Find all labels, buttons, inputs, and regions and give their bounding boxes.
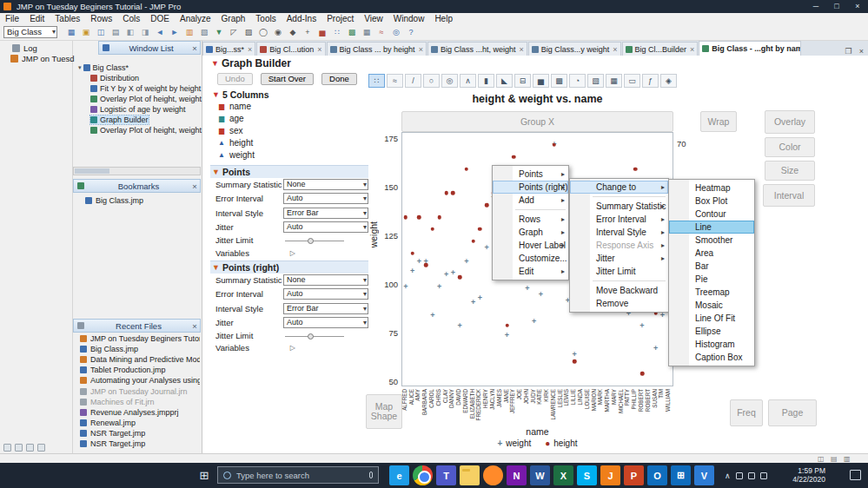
microphone-icon[interactable] xyxy=(369,472,373,478)
data-point-weight[interactable]: + xyxy=(403,282,407,290)
redo-icon[interactable]: ► xyxy=(168,26,182,39)
red-triangle-hotspot-icon[interactable]: ▼ xyxy=(212,90,220,99)
data-point-height[interactable] xyxy=(458,275,462,280)
setting-dropdown[interactable]: Error Bar xyxy=(283,208,368,219)
element-pie[interactable]: ◔ xyxy=(569,74,586,88)
crosshair-tool-icon[interactable]: + xyxy=(301,26,315,39)
menu-item-customize[interactable]: Customize... xyxy=(493,252,568,265)
window-list-close-icon[interactable] xyxy=(189,43,200,53)
tree-item-graph-builder[interactable]: Graph Builder xyxy=(90,115,149,124)
tab-big-class-ht-weight[interactable]: Big Class ...ht, weight xyxy=(427,42,527,56)
menu-item-edit[interactable]: Edit xyxy=(493,265,568,278)
taskbar-app-s[interactable]: S xyxy=(577,465,597,485)
recent-file-revenue-analyses-jmpprj[interactable]: Revenue Analyses.jmpprj xyxy=(80,408,200,417)
size-zone[interactable]: Size xyxy=(765,161,815,181)
data-point-weight[interactable]: + xyxy=(539,290,543,298)
menu-analyze[interactable]: Analyze xyxy=(175,13,216,24)
network-icon[interactable] xyxy=(760,472,767,479)
data-point-weight[interactable]: + xyxy=(451,269,455,277)
element-smoother[interactable]: ≈ xyxy=(387,74,403,88)
profiler-icon[interactable]: ◎ xyxy=(389,26,403,39)
window-list-hscrollbar[interactable] xyxy=(73,167,201,175)
data-point-height[interactable] xyxy=(424,263,428,267)
tab-big-class-y-weight[interactable]: Big Class...y weight xyxy=(528,42,621,56)
column-name[interactable]: ▆ name xyxy=(217,102,251,111)
data-point-weight[interactable]: + xyxy=(573,351,577,359)
menu-item-move-backward[interactable]: Move Backward xyxy=(570,284,668,297)
tree-item-fit-y-by-x-of-weight-by-height[interactable]: Fit Y by X of weight by height xyxy=(90,84,201,93)
tab-big-cl-builder[interactable]: Big Cl...Builder xyxy=(622,42,699,56)
disclosure-icon[interactable]: ▷ xyxy=(290,344,295,352)
data-point-weight[interactable]: + xyxy=(505,331,509,339)
element-bar[interactable]: ▮ xyxy=(478,74,494,88)
menu-doe[interactable]: DOE xyxy=(145,13,175,24)
menu-tools[interactable]: Tools xyxy=(250,13,281,24)
element-histogram[interactable]: ▅ xyxy=(533,74,549,88)
data-point-weight[interactable]: + xyxy=(444,271,448,279)
element-points[interactable]: ∷ xyxy=(368,74,385,88)
taskbar-app-chrome[interactable] xyxy=(413,465,433,485)
tree-item-overlay-plot-of-height-weight-by[interactable]: Overlay Plot of height, weight by xyxy=(90,126,212,135)
start-over-icon[interactable]: Start Over xyxy=(261,73,314,85)
wrap-zone[interactable]: Wrap xyxy=(700,111,737,132)
tree-root-big-class[interactable]: ▾ Big Class* xyxy=(78,63,129,72)
column-sex[interactable]: ▆ sex xyxy=(217,126,243,135)
setting-dropdown[interactable]: Auto xyxy=(283,317,368,328)
menu-add-ins[interactable]: Add-Ins xyxy=(282,13,321,24)
tabulate-icon[interactable]: ▦ xyxy=(360,26,374,39)
data-point-weight[interactable]: + xyxy=(653,345,658,353)
data-point-height[interactable] xyxy=(478,228,482,232)
column-age[interactable]: ▆ age xyxy=(217,114,244,123)
data-point-weight[interactable]: + xyxy=(478,294,482,302)
tree-item-distribution[interactable]: Distribution xyxy=(90,74,139,82)
tab-big-ss[interactable]: Big...ss* xyxy=(202,42,255,56)
element-line[interactable]: ∧ xyxy=(460,74,476,88)
select-tool-icon[interactable]: ◸ xyxy=(227,26,241,39)
group-x-zone[interactable]: Group X xyxy=(401,111,673,132)
menu-graph[interactable]: Graph xyxy=(216,13,251,24)
action-center-icon[interactable] xyxy=(850,470,861,480)
doc-restore-icon[interactable]: ❐ xyxy=(842,47,855,56)
data-point-height[interactable] xyxy=(410,251,414,255)
tab-close-icon[interactable] xyxy=(317,45,321,54)
open-icon[interactable]: ▣ xyxy=(79,26,93,39)
speaker-icon[interactable] xyxy=(748,472,755,479)
change-to-line-of-fit[interactable]: Line Of Fit xyxy=(669,312,754,325)
taskbar-app-firefox[interactable] xyxy=(483,465,503,485)
freq-zone[interactable]: Freq xyxy=(730,399,763,426)
change-to-heatmap[interactable]: Heatmap xyxy=(669,181,754,195)
data-point-height[interactable] xyxy=(465,167,469,171)
menu-project[interactable]: Project xyxy=(321,13,359,24)
recent-file-jmp-on-tuesday-beginers-tutoria[interactable]: JMP on Tuesday Beginers Tutoria xyxy=(80,334,200,343)
data-point-weight[interactable]: + xyxy=(417,257,421,265)
data-point-height[interactable] xyxy=(471,239,475,243)
menu-item-summary-statistic[interactable]: Summary Statistic xyxy=(570,200,668,213)
menu-edit[interactable]: Edit xyxy=(24,13,50,24)
menu-item-add[interactable]: Add xyxy=(493,194,568,207)
taskbar-app-[interactable]: ⊞ xyxy=(671,465,691,485)
save-icon[interactable]: ◫ xyxy=(94,26,108,39)
data-point-height[interactable] xyxy=(404,215,408,220)
menu-item-error-interval[interactable]: Error Interval xyxy=(570,213,668,226)
start-button[interactable]: ⊞ xyxy=(193,463,215,488)
jitter-limit-slider[interactable] xyxy=(285,238,344,244)
change-to-mosaic[interactable]: Mosaic xyxy=(669,299,754,312)
red-triangle-hotspot-icon[interactable]: ▼ xyxy=(211,59,219,68)
menu-window[interactable]: Window xyxy=(388,13,430,24)
setting-dropdown[interactable]: Auto xyxy=(283,193,368,204)
recent-file-nsr-target-jmp[interactable]: NSR Target.jmp xyxy=(80,439,200,448)
tree-expand-icon[interactable]: ▾ xyxy=(78,64,82,71)
taskbar-app-p[interactable]: P xyxy=(624,465,644,485)
distribution-icon[interactable]: ▅ xyxy=(315,26,329,39)
element-contour[interactable]: ◎ xyxy=(441,74,458,88)
table-selector-combo[interactable]: Big Class xyxy=(3,26,57,38)
help-icon[interactable]: ? xyxy=(404,26,418,39)
menu-item-jitter[interactable]: Jitter xyxy=(570,252,668,265)
layout-icon[interactable]: ▧ xyxy=(197,26,211,39)
taskbar-app-v[interactable]: V xyxy=(694,465,714,485)
brush-tool-icon[interactable]: ▨ xyxy=(242,26,255,39)
undo-icon[interactable]: ◄ xyxy=(153,26,167,39)
setting-dropdown[interactable]: None xyxy=(283,274,368,286)
paste-icon[interactable]: ◨ xyxy=(138,26,152,39)
taskbar-app-o[interactable]: O xyxy=(647,465,667,485)
